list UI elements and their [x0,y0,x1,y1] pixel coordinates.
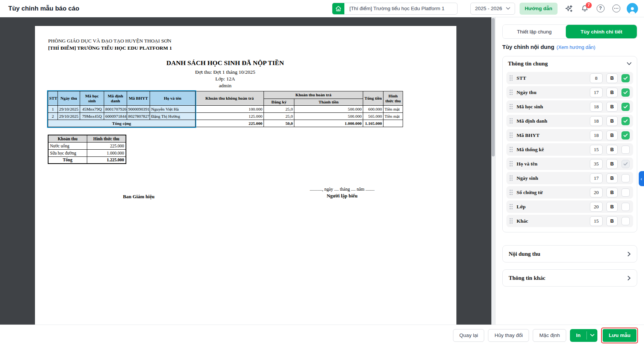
col-header: Mã định danh [104,91,127,106]
field-width-input[interactable] [590,116,603,126]
bold-toggle-button[interactable]: B [606,173,618,183]
bold-toggle-button[interactable]: B [606,88,618,97]
drag-handle-icon[interactable] [509,161,513,167]
bold-toggle-button[interactable]: B [606,188,618,197]
field-visible-checkbox[interactable] [621,103,630,111]
report-table-body: 129/10/202545Mnx79Q80017079269000090391N… [48,106,403,127]
field-visible-checkbox[interactable] [621,88,630,97]
bold-toggle-button[interactable]: B [606,216,618,226]
print-label: In [570,329,586,342]
col-header: Đăng ký [264,99,294,106]
drag-handle-icon[interactable] [509,118,513,124]
col-header: Hình thức thu [383,91,403,106]
field-width-input[interactable] [590,173,603,183]
field-width-input[interactable] [590,159,603,169]
bold-toggle-button[interactable]: B [606,102,618,112]
notifications-button[interactable]: 7 [580,4,589,13]
guide-link[interactable]: (Xem hướng dẫn) [556,44,595,50]
discard-changes-button[interactable]: Hủy thay đổi [488,329,529,342]
field-label: STT [517,75,586,81]
scrollbar-thumb[interactable] [492,18,495,156]
drag-handle-icon[interactable] [509,90,513,95]
field-label: Mã thống kê [517,147,586,153]
field-label: Lớp [517,204,586,210]
field-visible-checkbox[interactable] [621,217,630,225]
school-line: [THÍ ĐIỂM] TRƯỜNG TIỂU HỌC EDU PLATFORM … [48,45,172,51]
field-width-input[interactable] [590,73,603,83]
field-visible-checkbox[interactable] [621,160,630,168]
more-menu-button[interactable]: ⋯ [612,4,621,13]
report-table: STT Ngày thu Mã học sinh Mã định danh Mã… [48,91,403,127]
tab-general-setup[interactable]: Thiết lập chung [503,25,566,38]
drag-handle-icon[interactable] [509,104,513,109]
field-visible-checkbox[interactable] [621,203,630,211]
bold-toggle-button[interactable]: B [606,116,618,126]
notification-badge: 7 [586,2,592,8]
field-visible-checkbox[interactable] [621,188,630,197]
sparkle-icon [565,5,573,13]
guide-button[interactable]: Hướng dẫn [520,3,558,15]
general-fields: STTBNgày thuBMã học sinhBMã định danhBMã… [503,71,637,232]
default-button[interactable]: Mặc định [533,329,566,342]
field-visible-checkbox[interactable] [621,174,630,182]
tab-detail-customize[interactable]: Tùy chỉnh chi tiết [566,25,637,38]
report-cell: 8027807827 [127,113,150,120]
col-header: Mã học sinh [80,91,104,106]
chevron-down-icon [627,62,632,65]
report-total-cell: 1.000.000 [294,120,363,127]
field-visible-checkbox[interactable] [621,146,630,154]
field-width-input[interactable] [590,88,603,97]
field-row-mã-bhyt: Mã BHYTB [506,129,633,141]
section-thong-tin-khac[interactable]: Thông tin khác [502,269,637,287]
col-header: Mã BHYT [127,91,150,106]
report-total-label: Tổng cộng [48,120,195,127]
bold-toggle-button[interactable]: B [606,202,618,212]
report-total-cell: 225.000 [195,120,264,127]
drag-handle-icon[interactable] [509,147,513,152]
save-template-button[interactable]: Lưu mẫu [603,329,636,342]
drag-handle-icon[interactable] [509,75,513,81]
summary-header: Hình thức thu [87,135,126,142]
drag-handle-icon[interactable] [509,175,513,181]
bold-toggle-button[interactable]: B [606,73,618,83]
field-visible-checkbox[interactable] [621,131,630,140]
chevron-down-icon[interactable] [587,329,597,342]
school-selector[interactable]: [Thí điểm] Trường tiểu học Edu Platform … [332,3,458,15]
field-visible-checkbox[interactable] [621,74,630,82]
user-avatar[interactable] [627,3,638,14]
bold-toggle-button[interactable]: B [606,159,618,169]
preview-scrollbar[interactable] [491,17,495,325]
field-width-input[interactable] [590,216,603,226]
class-line: Lớp: 12A [48,76,403,82]
bold-toggle-button[interactable]: B [606,131,618,140]
field-width-input[interactable] [590,202,603,212]
ai-sparkle-button[interactable] [564,4,573,13]
report-cell: 8001707926 [104,106,127,113]
section-noi-dung-thu[interactable]: Nội dung thu [502,245,637,263]
field-visible-checkbox[interactable] [621,117,630,125]
content-heading: Tùy chỉnh nội dung (Xem hướng dẫn) [502,44,637,50]
drag-handle-icon[interactable] [509,132,513,138]
help-button[interactable]: ? [596,4,605,13]
field-width-input[interactable] [590,102,603,112]
main-area: PHÒNG GIÁO DỤC VÀ ĐẠO TẠO HUYỆN THOẠI SƠ… [0,17,644,325]
drag-handle-icon[interactable] [509,218,513,224]
chevron-right-icon [627,276,631,281]
print-button[interactable]: In [570,329,597,342]
field-width-input[interactable] [590,145,603,155]
field-width-input[interactable] [590,188,603,197]
section-title: Thông tin khác [509,275,546,281]
bold-toggle-button[interactable]: B [606,145,618,155]
field-label: Khác [517,218,586,224]
back-button[interactable]: Quay lại [453,329,485,342]
drag-handle-icon[interactable] [509,204,513,209]
field-width-input[interactable] [590,131,603,140]
section-general-title: Thông tin chung [508,61,548,67]
chevron-left-icon: ‹ [641,176,642,182]
drag-handle-icon[interactable] [509,190,513,195]
report-table-row: 229/10/202579Mnx45Q60009718448027807827Đ… [48,113,403,120]
section-general-header[interactable]: Thông tin chung [503,56,637,71]
ellipsis-icon: ⋯ [612,5,620,12]
year-selector[interactable]: 2025 - 2026 [470,3,515,15]
sidebar-collapse-handle[interactable]: ‹ [639,171,644,186]
